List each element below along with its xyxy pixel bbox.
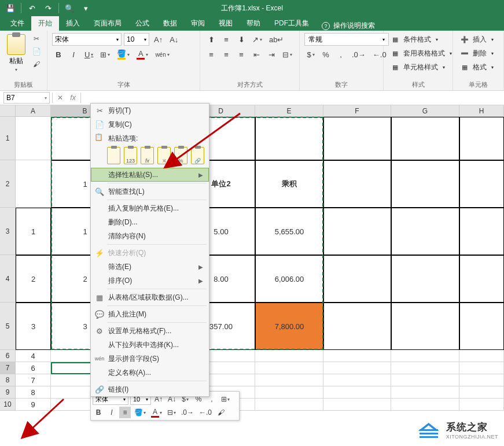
cell[interactable]: 6,006.00 (255, 255, 323, 303)
cell[interactable] (323, 374, 391, 386)
align-bottom-icon[interactable]: ⬇ (235, 33, 248, 46)
cell[interactable]: 9 (16, 399, 51, 411)
cm-delete[interactable]: 删除(D)... (91, 215, 209, 229)
percent-icon[interactable]: % (319, 48, 332, 61)
fill-color-button[interactable]: 🪣 (115, 48, 132, 61)
cell[interactable] (255, 350, 323, 362)
cell[interactable] (323, 386, 391, 399)
cell[interactable] (391, 350, 459, 362)
comma-icon[interactable]: , (334, 48, 347, 61)
save-icon[interactable]: 💾 (3, 2, 17, 14)
cell[interactable]: 乘积 (255, 160, 323, 208)
tell-me[interactable]: ? 操作说明搜索 (316, 21, 381, 31)
tab-review[interactable]: 审阅 (184, 16, 212, 31)
cm-filter[interactable]: 筛选(E)▶ (91, 260, 209, 274)
cell[interactable] (16, 117, 51, 160)
tab-file[interactable]: 文件 (3, 16, 31, 31)
preview-icon[interactable]: 🔍 (62, 2, 76, 14)
cancel-icon[interactable]: ✕ (54, 92, 67, 104)
row-header-4[interactable]: 4 (0, 255, 16, 303)
cell[interactable] (391, 255, 459, 303)
number-format-select[interactable]: 常规▾ (304, 33, 389, 46)
cell[interactable] (391, 117, 459, 160)
cell[interactable] (459, 117, 504, 160)
align-top-icon[interactable]: ⬆ (205, 33, 218, 46)
cell[interactable] (323, 117, 391, 160)
cell[interactable] (459, 303, 504, 350)
mt-align-center-icon[interactable]: ≡ (119, 407, 131, 418)
paste-opt-link[interactable]: 🔗 (191, 147, 204, 164)
format-table-button[interactable]: ▦套用表格格式▾ (388, 47, 454, 60)
cell[interactable]: 1 (16, 208, 51, 255)
paste-opt-formulas[interactable]: fx (141, 147, 154, 164)
cell[interactable] (255, 117, 323, 160)
tab-insert[interactable]: 插入 (59, 16, 87, 31)
row-header-9[interactable]: 9 (0, 386, 16, 399)
name-box[interactable]: B7▾ (3, 92, 50, 104)
cell[interactable]: 3 (16, 303, 51, 350)
cm-paste-special[interactable]: 选择性粘贴(S)...▶ (91, 168, 209, 182)
cell[interactable] (323, 208, 391, 255)
cell[interactable] (391, 208, 459, 255)
cm-sort[interactable]: 排序(O)▶ (91, 274, 209, 287)
conditional-format-button[interactable]: ▦条件格式▾ (388, 33, 454, 46)
cell[interactable] (459, 362, 504, 374)
cell[interactable]: 5,655.00 (255, 208, 323, 255)
paste-opt-all[interactable] (107, 147, 120, 164)
cell[interactable] (391, 362, 459, 374)
col-header-A[interactable]: A (16, 105, 51, 117)
cell[interactable]: 7 (16, 374, 51, 386)
cm-clear[interactable]: 清除内容(N) (91, 229, 209, 243)
format-painter-icon[interactable]: 🖌 (30, 58, 43, 70)
fx-icon[interactable]: fx (67, 92, 79, 104)
format-cell-button[interactable]: ▦格式▾ (458, 61, 496, 73)
font-family-select[interactable]: 宋体▾ (52, 33, 122, 46)
cm-smart-lookup[interactable]: 🔍智能查找(L) (91, 185, 209, 198)
cell[interactable] (459, 350, 504, 362)
row-header-7[interactable]: 7 (0, 362, 16, 374)
cut-icon[interactable]: ✂ (30, 33, 43, 45)
cell[interactable] (255, 386, 323, 399)
mt-border-icon[interactable]: ⊞ (219, 393, 231, 405)
underline-button[interactable]: U (82, 48, 95, 61)
tab-data[interactable]: 数据 (156, 16, 184, 31)
mt-inc-decimal-icon[interactable]: .0→ (179, 407, 196, 418)
cell[interactable] (16, 160, 51, 208)
row-header-1[interactable]: 1 (0, 117, 16, 160)
cell[interactable] (255, 374, 323, 386)
cm-define-name[interactable]: 定义名称(A)... (91, 366, 209, 379)
cm-phonetic[interactable]: wén显示拼音字段(S) (91, 352, 209, 366)
delete-cell-button[interactable]: ➖删除▾ (458, 47, 496, 60)
mt-font-color-icon[interactable]: A (149, 407, 164, 418)
row-header-6[interactable]: 6 (0, 350, 16, 362)
tab-help[interactable]: 帮助 (240, 16, 267, 31)
cm-format-cells[interactable]: ⚙设置单元格格式(F)... (91, 324, 209, 338)
mt-dec-decimal-icon[interactable]: ←.0 (197, 407, 214, 418)
mt-fill-color-icon[interactable]: 🪣 (133, 407, 148, 418)
cell[interactable] (323, 399, 391, 411)
align-right-icon[interactable]: ≡ (235, 48, 248, 61)
bold-button[interactable]: B (52, 48, 65, 61)
select-all-corner[interactable] (0, 105, 16, 117)
cell[interactable]: 7,800.00 (255, 303, 323, 350)
copy-icon[interactable]: 📄 (30, 46, 43, 57)
italic-button[interactable]: I (67, 48, 80, 61)
cm-pick-list[interactable]: 从下拉列表中选择(K)... (91, 338, 209, 352)
cell[interactable] (323, 350, 391, 362)
sheet[interactable]: ABCDEFGH 12345678910 单位2乘积11125.005,655.… (0, 105, 504, 446)
cm-cut[interactable]: ✂剪切(T) (91, 104, 209, 117)
paste-opt-transpose[interactable]: ⤭ (157, 147, 171, 164)
qat-customize-icon[interactable]: ▾ (79, 2, 93, 14)
cell[interactable] (255, 362, 323, 374)
decrease-indent-icon[interactable]: ⇤ (250, 48, 263, 61)
col-header-H[interactable]: H (459, 105, 504, 117)
cm-get-data[interactable]: ▦从表格/区域获取数据(G)... (91, 290, 209, 304)
insert-cell-button[interactable]: ➕插入▾ (458, 33, 496, 46)
mt-bold-button[interactable]: B (93, 407, 104, 418)
cell[interactable] (459, 374, 504, 386)
tab-pdf[interactable]: PDF工具集 (267, 16, 316, 31)
cell[interactable] (323, 255, 391, 303)
cell[interactable]: 4 (16, 350, 51, 362)
cell[interactable] (391, 303, 459, 350)
cell[interactable] (255, 399, 323, 411)
